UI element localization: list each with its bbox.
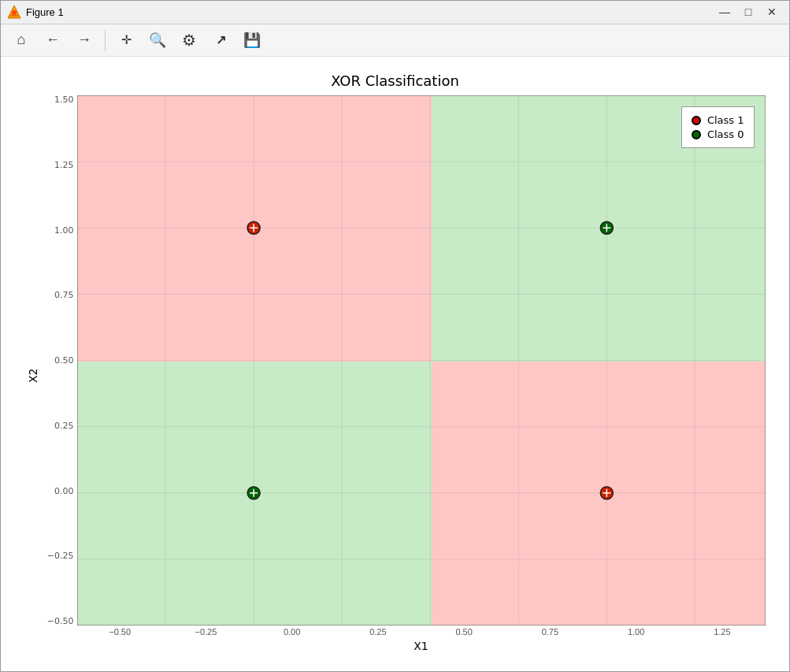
chart-canvas-container: Class 1 Class 0 — [77, 95, 766, 626]
app-icon — [7, 5, 21, 19]
x-tick-0.50: 0.50 — [421, 627, 507, 637]
forward-button[interactable]: → — [70, 26, 98, 54]
legend-dot-class0 — [692, 130, 701, 139]
legend-item-class0: Class 0 — [692, 128, 744, 140]
legend-item-class1: Class 1 — [692, 114, 744, 126]
y-tick-0.25: 0.25 — [54, 421, 74, 430]
x-tick-1.25: 1.25 — [679, 627, 765, 637]
x-tick-labels: −0.50 −0.25 0.00 0.25 0.50 0.75 1.00 1.2… — [77, 627, 766, 637]
minimize-button[interactable]: — — [714, 2, 736, 21]
autoscale-button[interactable]: ↗ — [206, 26, 235, 54]
pan-button[interactable]: ✛ — [112, 26, 140, 54]
y-tick-0.50: 0.50 — [54, 356, 74, 365]
y-tick-1.50: 1.50 — [54, 95, 74, 104]
x-tick--0.50: −0.50 — [77, 627, 163, 637]
x-tick--0.25: −0.25 — [163, 627, 249, 637]
x-tick-0.00: 0.00 — [249, 627, 335, 637]
close-button[interactable]: ✕ — [761, 2, 783, 21]
save-button[interactable]: 💾 — [238, 26, 266, 54]
maximize-button[interactable]: □ — [737, 2, 759, 21]
legend: Class 1 Class 0 — [681, 106, 755, 148]
main-window: Figure 1 — □ ✕ ⌂ ← → ✛ 🔍 ⚙ ↗ 💾 XOR Class… — [0, 0, 790, 672]
toolbar: ⌂ ← → ✛ 🔍 ⚙ ↗ 💾 — [1, 24, 789, 57]
configure-button[interactable]: ⚙ — [175, 26, 203, 54]
chart-wrapper: X2 1.50 1.25 1.00 0.75 0.50 0.25 0.00 — [25, 95, 766, 655]
y-tick-labels: 1.50 1.25 1.00 0.75 0.50 0.25 0.00 −0.25… — [44, 95, 77, 626]
toolbar-separator-1 — [105, 29, 106, 51]
svg-point-1 — [12, 10, 17, 15]
y-axis-label: X2 — [25, 95, 41, 655]
title-bar: Figure 1 — □ ✕ — [1, 1, 789, 24]
x-tick-0.25: 0.25 — [335, 627, 421, 637]
y-tick-0.75: 0.75 — [54, 291, 74, 299]
x-axis-label: X1 — [77, 640, 766, 655]
figure-container: XOR Classification X2 1.50 1.25 1.00 0.7… — [25, 72, 766, 655]
y-tick-0.00: 0.00 — [54, 487, 74, 496]
x-tick-1.00: 1.00 — [593, 627, 679, 637]
zoom-button[interactable]: 🔍 — [143, 26, 172, 54]
plot-title: XOR Classification — [331, 72, 459, 89]
window-controls: — □ ✕ — [714, 2, 783, 21]
plot-area: XOR Classification X2 1.50 1.25 1.00 0.7… — [1, 57, 789, 671]
y-tick--0.50: −0.50 — [47, 617, 74, 626]
back-button[interactable]: ← — [39, 26, 67, 54]
y-tick-1.25: 1.25 — [54, 161, 74, 169]
plot-canvas — [77, 95, 766, 626]
legend-label-class1: Class 1 — [707, 114, 744, 126]
y-tick--0.25: −0.25 — [47, 551, 74, 560]
window-title: Figure 1 — [26, 6, 714, 18]
x-tick-0.75: 0.75 — [507, 627, 593, 637]
y-tick-1.00: 1.00 — [54, 226, 74, 235]
legend-dot-class1 — [692, 116, 701, 125]
legend-label-class0: Class 0 — [707, 128, 744, 140]
home-button[interactable]: ⌂ — [7, 26, 35, 54]
